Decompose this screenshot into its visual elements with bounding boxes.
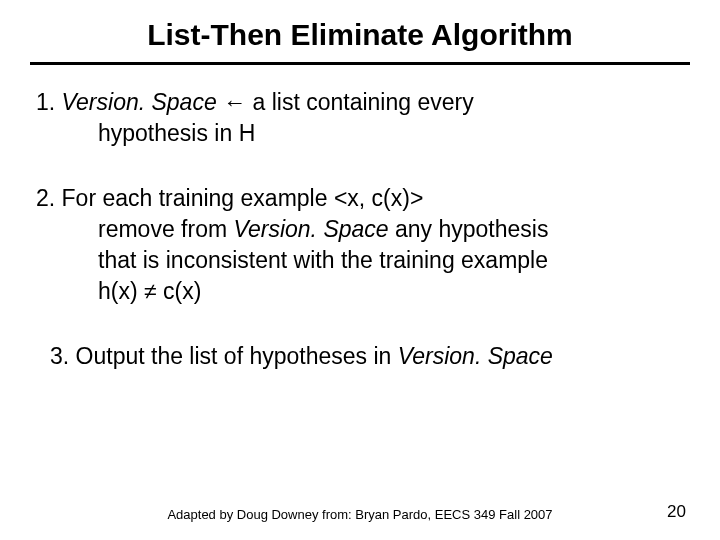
- step1-num: 1.: [36, 89, 62, 115]
- content: 1. Version. Space ← a list containing ev…: [36, 65, 684, 372]
- footer-credit: Adapted by Doug Downey from: Bryan Pardo…: [0, 507, 720, 522]
- page-title: List-Then Eliminate Algorithm: [36, 18, 684, 62]
- step2-line1: 2. For each training example <x, c(x)>: [36, 185, 423, 211]
- left-arrow: ←: [217, 89, 253, 115]
- version-space-term-2: Version. Space: [233, 216, 388, 242]
- step2-line3: that is inconsistent with the training e…: [36, 245, 684, 276]
- step-3: 3. Output the list of hypotheses in Vers…: [50, 341, 684, 372]
- version-space-term-3: Version. Space: [398, 343, 553, 369]
- slide: List-Then Eliminate Algorithm 1. Version…: [0, 0, 720, 540]
- page-number: 20: [667, 502, 686, 522]
- step2-line2a: remove from: [98, 216, 233, 242]
- step-1: 1. Version. Space ← a list containing ev…: [36, 87, 684, 149]
- step1-line2: hypothesis in H: [36, 118, 684, 149]
- version-space-term: Version. Space: [62, 89, 217, 115]
- step2-line4: h(x) ≠ c(x): [36, 276, 684, 307]
- step1-rest: a list containing every: [253, 89, 474, 115]
- step3-text: 3. Output the list of hypotheses in: [50, 343, 398, 369]
- step2-line2b: any hypothesis: [389, 216, 549, 242]
- footer: Adapted by Doug Downey from: Bryan Pardo…: [0, 507, 720, 522]
- step2-line2: remove from Version. Space any hypothesi…: [36, 214, 684, 245]
- step-2: 2. For each training example <x, c(x)> r…: [36, 183, 684, 307]
